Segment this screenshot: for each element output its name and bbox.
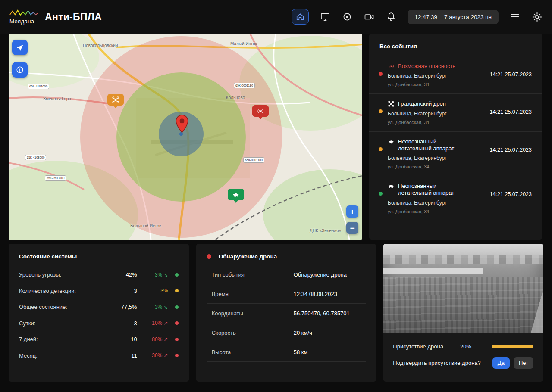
status-dot — [175, 321, 179, 325]
event-place: Больница, Екатеринбург — [388, 73, 486, 79]
zoom-out-button[interactable]: − — [346, 222, 358, 234]
status-row: Количество детекций: 3 3% — [19, 283, 179, 299]
location-pin-icon[interactable] — [175, 115, 189, 135]
event-datetime: 14:21 25.07.2023 — [490, 72, 532, 78]
event-place: Больница, Екатеринбург — [388, 111, 486, 117]
confirm-yes-button[interactable]: Да — [492, 357, 510, 369]
severity-dot — [379, 109, 383, 113]
detection-row: Координаты 56.750470, 60.785701 — [207, 304, 366, 323]
detection-value: Обнаружение дрона — [294, 271, 366, 278]
monitor-icon[interactable] — [320, 11, 331, 22]
event-item[interactable]: Неопознанный летательный аппарат Больниц… — [369, 132, 542, 177]
status-value: 3 — [104, 320, 137, 327]
camera-feed-image — [383, 244, 543, 333]
map-canvas[interactable] — [9, 34, 362, 240]
drone-marker[interactable] — [107, 94, 124, 106]
map[interactable]: Новокольцовский Малый Исток Змеиная Гора… — [9, 34, 362, 240]
status-row: Уровень угрозы: 42% 3% ↘ — [19, 267, 179, 283]
detection-row: Скорость 20 км/ч — [207, 323, 366, 342]
confirm-row: Подтвердить присутствие дрона? Да Нет — [393, 357, 533, 369]
video-camera-icon[interactable] — [364, 11, 375, 22]
status-delta: 3% ↘ — [137, 272, 168, 278]
event-address: ул. Донбасская, 34 — [388, 164, 486, 169]
detection-row: Высота 58 км — [207, 342, 366, 362]
status-row: Общее состояние: 77,5% 3% ↘ — [19, 299, 179, 315]
detection-label: Высота — [212, 349, 294, 355]
detection-title: Обнаружение дрона — [219, 253, 277, 260]
status-label: Уровень угрозы: — [19, 271, 104, 278]
drone-icon — [112, 96, 119, 104]
home-icon[interactable] — [292, 9, 309, 25]
status-dot — [175, 354, 179, 357]
status-dot — [175, 273, 179, 277]
presence-progress-bar — [492, 345, 533, 348]
detection-row: Время 12:34 08.08.2023 — [207, 284, 366, 304]
page-title: Анти-БПЛА — [45, 11, 102, 23]
detection-value: 58 км — [294, 349, 366, 355]
status-value: 10 — [104, 336, 137, 342]
confirm-no-button[interactable]: Нет — [514, 357, 533, 369]
ufo-marker[interactable] — [228, 189, 244, 200]
status-value: 42% — [104, 271, 137, 278]
event-title: Неопознанный летательный аппарат — [398, 183, 469, 197]
status-label: 7 дней: — [19, 336, 104, 342]
detection-value: 56.750470, 60.785701 — [294, 310, 366, 317]
road-ref-badge: 65К-0001180 — [243, 157, 264, 163]
locate-button[interactable] — [12, 40, 28, 55]
event-title: Возможная опасность — [398, 63, 455, 70]
detection-panel: Обнаружение дрона Тип события Обнаружени… — [196, 244, 376, 382]
event-item[interactable]: Неопознанный летательный аппарат Больниц… — [369, 176, 542, 221]
clock: 12:47:39 7 августа 2023 пн — [408, 10, 499, 24]
event-title: Гражданский дрон — [398, 100, 446, 107]
status-value: 77,5% — [104, 304, 137, 310]
ufo-icon — [388, 138, 395, 145]
clock-date: 7 августа 2023 пн — [444, 14, 492, 20]
ufo-icon — [232, 191, 240, 199]
status-delta: 80% ↗ — [137, 336, 168, 342]
presence-value: 20% — [460, 343, 492, 350]
severity-dot — [379, 72, 383, 76]
info-button[interactable] — [12, 62, 28, 78]
navigation-arrow-icon — [16, 44, 24, 52]
detection-row: Тип события Обнаружение дрона — [207, 265, 366, 284]
info-icon — [16, 65, 24, 74]
status-label: Месяц: — [19, 352, 104, 359]
detection-value: 20 км/ч — [294, 330, 366, 336]
map-label: ДПК «Зеленая» — [310, 228, 341, 233]
detection-value: 12:34 08.08.2023 — [294, 291, 366, 297]
status-label: Сутки: — [19, 320, 104, 327]
drone-icon — [388, 100, 395, 107]
zoom-in-button[interactable]: + — [346, 205, 358, 218]
event-datetime: 14:21 25.07.2023 — [490, 147, 532, 153]
target-icon — [257, 107, 264, 115]
gear-icon[interactable] — [531, 11, 543, 22]
clock-time: 12:47:39 — [414, 14, 437, 20]
status-label: Общее состояние: — [19, 304, 104, 310]
presence-row: Присутствие дрона 20% — [393, 338, 533, 355]
map-label: Кольцово — [226, 95, 245, 100]
road-ref-badge: 65К-4108000 — [25, 155, 46, 160]
menu-icon[interactable] — [509, 11, 521, 22]
road-ref-badge: 65А-4101000 — [28, 84, 49, 89]
status-delta: 3% — [137, 288, 168, 294]
event-address: ул. Донбасская, 34 — [388, 120, 486, 125]
status-delta: 10% ↗ — [137, 320, 168, 326]
events-panel: Все события Возможная опасность Больница… — [369, 34, 542, 240]
danger-marker[interactable] — [252, 105, 269, 117]
detection-label: Координаты — [212, 310, 294, 317]
logo-waveform-icon — [9, 9, 38, 17]
event-title: Неопознанный летательный аппарат — [398, 138, 469, 152]
target-icon — [388, 63, 395, 70]
bell-icon[interactable] — [386, 11, 397, 22]
event-place: Больница, Екатеринбург — [388, 155, 486, 161]
road-ref-badge: 65К-2503000 — [45, 175, 66, 181]
detection-label: Время — [212, 291, 294, 297]
target-icon[interactable] — [342, 11, 353, 22]
event-item[interactable]: Возможная опасность Больница, Екатеринбу… — [369, 56, 542, 94]
status-dot — [175, 289, 179, 292]
event-place: Больница, Екатеринбург — [388, 200, 486, 206]
status-label: Количество детекций: — [19, 288, 104, 294]
severity-dot — [379, 147, 383, 151]
event-address: ул. Донбасская, 34 — [388, 209, 486, 214]
event-item[interactable]: Гражданский дрон Больница, Екатеринбург … — [369, 94, 542, 131]
